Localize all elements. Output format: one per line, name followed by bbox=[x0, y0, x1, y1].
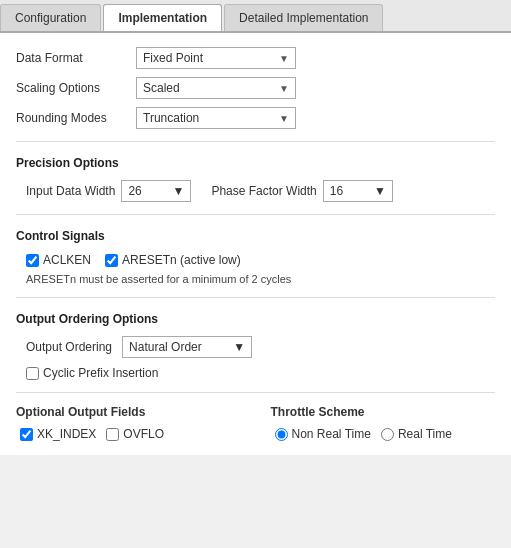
aresetn-checkbox-item: ARESETn (active low) bbox=[105, 253, 241, 267]
rounding-modes-row: Rounding Modes Truncation ▼ bbox=[16, 107, 495, 129]
output-ordering-title: Output Ordering Options bbox=[16, 312, 495, 326]
rounding-modes-select[interactable]: Truncation ▼ bbox=[136, 107, 296, 129]
data-format-row: Data Format Fixed Point ▼ bbox=[16, 47, 495, 69]
xk-index-label: XK_INDEX bbox=[37, 427, 96, 441]
cyclic-prefix-label: Cyclic Prefix Insertion bbox=[43, 366, 158, 380]
output-fields-row: XK_INDEX OVFLO bbox=[20, 427, 241, 441]
input-data-width-label: Input Data Width bbox=[26, 184, 115, 198]
phase-factor-width-item: Phase Factor Width 16 ▼ bbox=[211, 180, 392, 202]
ovflo-label: OVFLO bbox=[123, 427, 164, 441]
xk-index-checkbox-item: XK_INDEX bbox=[20, 427, 96, 441]
phase-factor-width-value: 16 bbox=[330, 184, 343, 198]
aresetn-info-text: ARESETn must be asserted for a minimum o… bbox=[26, 273, 495, 285]
rounding-modes-value: Truncation bbox=[143, 111, 199, 125]
real-time-label: Real Time bbox=[398, 427, 452, 441]
precision-options-title: Precision Options bbox=[16, 156, 495, 170]
output-ordering-select[interactable]: Natural Order ▼ bbox=[122, 336, 252, 358]
data-format-select[interactable]: Fixed Point ▼ bbox=[136, 47, 296, 69]
phase-factor-width-label: Phase Factor Width bbox=[211, 184, 316, 198]
throttle-scheme-title: Throttle Scheme bbox=[271, 405, 496, 419]
data-format-arrow-icon: ▼ bbox=[279, 53, 289, 64]
non-real-time-radio-item: Non Real Time bbox=[275, 427, 371, 441]
data-format-label: Data Format bbox=[16, 51, 136, 65]
real-time-radio[interactable] bbox=[381, 428, 394, 441]
output-ordering-label: Output Ordering bbox=[26, 340, 112, 354]
divider-2 bbox=[16, 214, 495, 215]
main-panel: Data Format Fixed Point ▼ Scaling Option… bbox=[0, 33, 511, 455]
output-ordering-arrow-icon: ▼ bbox=[233, 340, 245, 354]
scaling-options-select[interactable]: Scaled ▼ bbox=[136, 77, 296, 99]
rounding-modes-arrow-icon: ▼ bbox=[279, 113, 289, 124]
output-ordering-value: Natural Order bbox=[129, 340, 202, 354]
optional-output-fields-title: Optional Output Fields bbox=[16, 405, 241, 419]
precision-options-row: Input Data Width 26 ▼ Phase Factor Width… bbox=[26, 180, 495, 202]
non-real-time-label: Non Real Time bbox=[292, 427, 371, 441]
input-data-width-arrow-icon: ▼ bbox=[173, 184, 185, 198]
tab-detailed-implementation[interactable]: Detailed Implementation bbox=[224, 4, 383, 31]
input-data-width-value: 26 bbox=[128, 184, 141, 198]
ovflo-checkbox[interactable] bbox=[106, 428, 119, 441]
phase-factor-width-select[interactable]: 16 ▼ bbox=[323, 180, 393, 202]
input-data-width-select[interactable]: 26 ▼ bbox=[121, 180, 191, 202]
non-real-time-radio[interactable] bbox=[275, 428, 288, 441]
throttle-scheme-radios: Non Real Time Real Time bbox=[275, 427, 496, 441]
scaling-options-arrow-icon: ▼ bbox=[279, 83, 289, 94]
cyclic-prefix-row: Cyclic Prefix Insertion bbox=[26, 366, 495, 380]
cyclic-prefix-checkbox-item: Cyclic Prefix Insertion bbox=[26, 366, 158, 380]
tab-bar: Configuration Implementation Detailed Im… bbox=[0, 0, 511, 33]
aresetn-label: ARESETn (active low) bbox=[122, 253, 241, 267]
control-signals-checkboxes: ACLKEN ARESETn (active low) bbox=[26, 253, 495, 267]
scaling-options-row: Scaling Options Scaled ▼ bbox=[16, 77, 495, 99]
divider-4 bbox=[16, 392, 495, 393]
optional-output-fields-col: Optional Output Fields XK_INDEX OVFLO bbox=[16, 405, 241, 441]
tab-configuration[interactable]: Configuration bbox=[0, 4, 101, 31]
data-format-value: Fixed Point bbox=[143, 51, 203, 65]
aresetn-checkbox[interactable] bbox=[105, 254, 118, 267]
ovflo-checkbox-item: OVFLO bbox=[106, 427, 164, 441]
aclken-checkbox[interactable] bbox=[26, 254, 39, 267]
phase-factor-width-arrow-icon: ▼ bbox=[374, 184, 386, 198]
scaling-options-label: Scaling Options bbox=[16, 81, 136, 95]
aclken-label: ACLKEN bbox=[43, 253, 91, 267]
real-time-radio-item: Real Time bbox=[381, 427, 452, 441]
divider-3 bbox=[16, 297, 495, 298]
rounding-modes-label: Rounding Modes bbox=[16, 111, 136, 125]
tab-implementation[interactable]: Implementation bbox=[103, 4, 222, 31]
divider-1 bbox=[16, 141, 495, 142]
throttle-scheme-col: Throttle Scheme Non Real Time Real Time bbox=[271, 405, 496, 441]
input-data-width-item: Input Data Width 26 ▼ bbox=[26, 180, 191, 202]
aclken-checkbox-item: ACLKEN bbox=[26, 253, 91, 267]
cyclic-prefix-checkbox[interactable] bbox=[26, 367, 39, 380]
control-signals-title: Control Signals bbox=[16, 229, 495, 243]
optional-throttle-section: Optional Output Fields XK_INDEX OVFLO Th… bbox=[16, 405, 495, 441]
output-ordering-row: Output Ordering Natural Order ▼ bbox=[26, 336, 495, 358]
scaling-options-value: Scaled bbox=[143, 81, 180, 95]
xk-index-checkbox[interactable] bbox=[20, 428, 33, 441]
